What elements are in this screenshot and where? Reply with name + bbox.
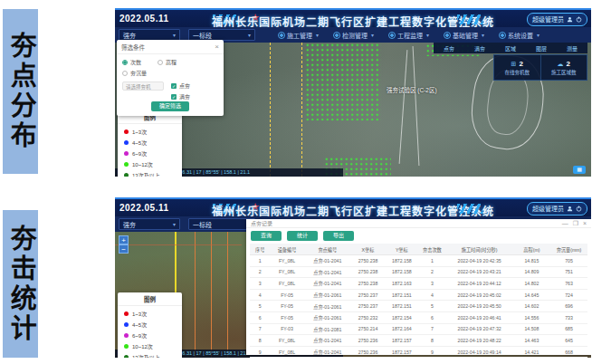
table-cell: 1872.157	[385, 346, 418, 358]
toolbar-item[interactable]: 图层	[536, 44, 547, 53]
radio-icon	[158, 60, 163, 65]
table-cell: 2022-04-19 20:46:41	[445, 311, 513, 323]
table-cell: 7	[418, 323, 445, 335]
chevron-down-icon: ▾	[426, 32, 429, 38]
table-cell: 5	[250, 301, 270, 312]
table-cell: 4	[418, 289, 445, 301]
project-type-select[interactable]: 强夯▾	[119, 218, 180, 230]
toolbar-item[interactable]: 区域	[505, 44, 516, 53]
select-value: 一标段	[193, 220, 212, 229]
legend-dot	[124, 344, 129, 349]
menu-label: 系统设置	[508, 31, 533, 40]
maximize-icon[interactable]: ❐	[573, 220, 578, 227]
checkbox-label: 满夯	[179, 92, 190, 101]
table-cell: 点夯-01-2041	[304, 278, 351, 290]
table-header-row: 序号设备编号夯点编号X坐标Y坐标夯击次数施工时间(时分秒)高程(m)夯沉量(mm…	[250, 244, 587, 255]
radio-elevation[interactable]: 高程	[158, 58, 177, 66]
table-cell: 685	[550, 323, 587, 335]
menu-testing[interactable]: 检测管理▾	[333, 31, 374, 40]
chevron-down-icon: ▾	[316, 32, 319, 38]
user-account-button[interactable]: 超级管理员	[527, 202, 587, 216]
table-cell: 1872.151	[385, 301, 418, 312]
menu-label: 基础管理	[453, 31, 478, 40]
menu-label: 工程监理	[397, 31, 423, 40]
table-row[interactable]: 3FY_08L点夯-01-20412750.2381872.16332022-0…	[250, 278, 587, 290]
map-tool-icon[interactable]: ▦	[573, 166, 586, 174]
table-cell: 1	[250, 255, 270, 267]
table-header-cell: 设备编号	[270, 244, 303, 255]
table-cell: 7	[250, 323, 270, 335]
table-cell: 6	[418, 311, 445, 323]
zoom-out-button[interactable]: −	[119, 244, 129, 254]
toolbar-item[interactable]: 测量	[567, 44, 578, 53]
menu-construction[interactable]: 施工管理▾	[278, 31, 319, 40]
minimize-icon[interactable]: —	[562, 220, 568, 227]
power-icon[interactable]	[576, 16, 582, 23]
filter-submit-button[interactable]: 确定筛选	[151, 101, 189, 111]
table-row[interactable]: 5FY-05点夯-01-20612750.2371872.15152022-04…	[250, 301, 587, 312]
power-icon[interactable]	[576, 206, 582, 212]
table-row[interactable]: 8FY_08L点夯-01-20412750.2361872.15782022-0…	[250, 335, 587, 347]
user-account-button[interactable]: 超级管理员	[527, 13, 587, 26]
menu-icon	[499, 32, 506, 39]
checkbox-full-tamping[interactable]: ✓满夯	[171, 92, 190, 101]
table-cell: 2022-04-19 20:49:14	[445, 346, 513, 358]
menu-settings[interactable]: 系统设置▾	[499, 31, 539, 40]
screenshot-point-distribution: 2022.05.11 ★ 福州长乐国际机场二期飞行区扩建工程数字化管控系统 超级…	[115, 8, 591, 177]
tamping-point-grid[interactable]	[305, 43, 381, 120]
close-icon[interactable]: ×	[215, 44, 219, 50]
radio-count[interactable]: 次数	[122, 58, 141, 66]
toolbar-item[interactable]: 点夯	[444, 44, 454, 53]
table-cell: 2750.238	[351, 255, 385, 267]
table-cell: 2750.214	[351, 323, 385, 335]
checkbox-point-tamping[interactable]: ✓点夯	[171, 81, 190, 90]
table-row[interactable]: 4FY-05点夯-01-20612750.2371872.15142022-04…	[250, 289, 587, 301]
table-row[interactable]: 7FY-03点夯-01-20812750.2141872.16472022-04…	[250, 323, 587, 335]
boundary-line-orange	[195, 232, 196, 358]
table-cell: 3	[418, 278, 445, 290]
machine-select-input[interactable]: 请选择夯机	[122, 81, 164, 91]
menu-icon	[333, 32, 340, 39]
toolbar-item[interactable]: 满夯	[474, 44, 485, 53]
table-cell: 14.802	[513, 278, 550, 290]
map-toolbar: 点夯 满夯 区域 图层 测量	[434, 43, 587, 53]
user-icon	[567, 206, 573, 212]
stat-online-machines: ⊞2 在线夯机数	[494, 55, 540, 80]
table-cell: 1872.157	[385, 335, 418, 347]
menu-basic[interactable]: 基础管理▾	[444, 31, 484, 40]
menu-icon	[388, 32, 396, 39]
close-icon[interactable]: ×	[583, 220, 587, 227]
menu-supervision[interactable]: 工程监理▾	[388, 31, 429, 40]
checkbox-icon: ✓	[171, 94, 177, 100]
stats-button[interactable]: 统计	[287, 231, 318, 241]
legend-item: 4~5次	[118, 137, 182, 148]
legend-item: 13次及以上	[118, 351, 182, 358]
filter-panel-title: 筛选条件	[121, 43, 145, 52]
table-cell: 668	[550, 346, 587, 358]
table-row[interactable]: 2FY_08L点夯-01-20412750.2381872.15822022-0…	[250, 266, 587, 278]
query-button[interactable]: 查询	[251, 231, 282, 241]
record-panel-title: 点夯记录	[251, 219, 272, 227]
table-row[interactable]: 9FY_08L点夯-01-20412750.2361872.15792022-0…	[250, 346, 587, 358]
table-cell: 2750.232	[351, 311, 385, 323]
table-cell: 14.645	[513, 289, 550, 301]
table-cell: 14.508	[513, 323, 550, 335]
table-cell: FY_08L	[270, 335, 303, 347]
table-row[interactable]: 6FY-05点夯-01-20612750.2321872.15462022-04…	[250, 311, 587, 323]
table-cell: 点夯-01-2061	[304, 311, 351, 323]
table-row[interactable]: 1FY_08L点夯-01-20412750.2381872.15812022-0…	[250, 255, 587, 267]
table-cell: 2	[250, 266, 270, 278]
table-cell: 2750.238	[351, 266, 385, 278]
table-cell: 点夯-01-2041	[304, 335, 351, 347]
section-select[interactable]: 一标段▾	[188, 218, 255, 230]
zoom-in-button[interactable]: +	[119, 235, 129, 244]
table-cell: 点夯-01-2081	[304, 323, 351, 335]
export-button[interactable]: 导出	[323, 231, 354, 241]
user-button-label: 超级管理员	[532, 14, 564, 25]
radio-settlement[interactable]: 夯沉量	[122, 69, 218, 77]
select-value: 强夯	[123, 31, 136, 40]
table-cell: 2750.237	[351, 289, 385, 301]
user-button-label: 超级管理员	[532, 203, 564, 215]
table-cell: 1872.164	[385, 323, 418, 335]
radio-label: 夯沉量	[130, 69, 147, 77]
